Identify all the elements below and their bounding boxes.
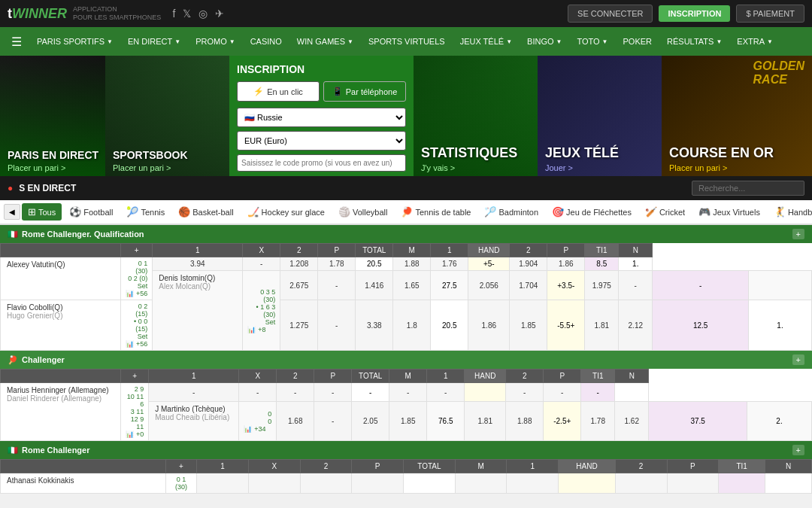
- ch-odd-p[interactable]: -: [314, 383, 352, 402]
- tab-en-un-clic[interactable]: ⚡ En un clic: [237, 81, 320, 102]
- odd-1[interactable]: 3.94: [153, 257, 243, 271]
- odd-p2-3[interactable]: 2.12: [619, 300, 653, 351]
- jeux-panel-sub[interactable]: Jouer >: [545, 163, 573, 172]
- sport-tab-jeux-virtuels[interactable]: 🎮 Jeux Virtuels: [692, 203, 766, 221]
- nav-poker[interactable]: POKER: [616, 27, 660, 56]
- ch-odd-x[interactable]: -: [239, 383, 277, 402]
- ch-odd-x-2[interactable]: -: [314, 402, 352, 441]
- bar-chart-icon-3[interactable]: 📊: [126, 340, 134, 348]
- sportsbook-panel-sub[interactable]: Placer un pari >: [113, 163, 171, 172]
- odd-x-2[interactable]: -: [318, 271, 356, 300]
- rome-odd-hand2[interactable]: [615, 473, 667, 494]
- odd-2-3[interactable]: 3.38: [356, 300, 393, 351]
- course-panel-sub[interactable]: Placer un pari >: [669, 163, 727, 172]
- ch-odd-p2[interactable]: -: [544, 383, 581, 402]
- sport-tab-football[interactable]: ⚽ Football: [63, 203, 119, 221]
- odd-2-2[interactable]: 1.416: [356, 271, 393, 300]
- currency-select[interactable]: EUR (Euro): [237, 131, 406, 151]
- nav-jeux-tele[interactable]: JEUX TÉLÉ ▼: [453, 27, 520, 56]
- sport-tab-flechettes[interactable]: 🎯 Jeu de Fléchettes: [546, 203, 638, 221]
- odd-hand1[interactable]: 1.76: [431, 257, 468, 271]
- stats-link-c2[interactable]: +34: [254, 425, 265, 433]
- odd-p[interactable]: 1.78: [318, 257, 356, 271]
- odd-hand1-2[interactable]: 1.704: [510, 271, 547, 300]
- hamburger-menu[interactable]: ☰: [4, 35, 29, 49]
- tab-par-telephone[interactable]: 📱 Par téléphone: [323, 81, 406, 102]
- sport-tab-hockey[interactable]: 🏒 Hockey sur glace: [241, 203, 331, 221]
- ch-odd-hand1[interactable]: -: [427, 383, 465, 402]
- set-label-3[interactable]: Set: [126, 333, 147, 340]
- group-add-btn-2[interactable]: +: [792, 354, 804, 365]
- paiement-button[interactable]: $ PAIEMENT: [736, 5, 804, 23]
- odd-m[interactable]: 1.88: [393, 257, 431, 271]
- odd-2[interactable]: 1.208: [280, 257, 318, 271]
- stats-link-c1[interactable]: +0: [136, 430, 144, 438]
- search-input[interactable]: [692, 181, 804, 196]
- sport-tab-badminton[interactable]: 🏸 Badminton: [478, 203, 544, 221]
- nav-extra[interactable]: EXTRA ▼: [729, 27, 780, 56]
- country-select[interactable]: 🇷🇺 Russie: [237, 108, 406, 127]
- ch-odd-1-2[interactable]: 1.68: [277, 402, 314, 441]
- rome-odd-2[interactable]: [300, 473, 352, 494]
- odd-1-2[interactable]: 2.675: [280, 271, 318, 300]
- connect-button[interactable]: SE CONNECTER: [568, 5, 653, 23]
- ch-odd-2[interactable]: -: [277, 383, 314, 402]
- sport-tab-tennis-table[interactable]: 🏓 Tennis de table: [395, 203, 477, 221]
- odd-hand2[interactable]: 1.904: [510, 257, 547, 271]
- odd-p2[interactable]: 1.86: [547, 257, 585, 271]
- group-add-btn[interactable]: +: [792, 229, 804, 239]
- odd-hand2-2[interactable]: 1.975: [585, 271, 619, 300]
- ch-odd-1[interactable]: -: [149, 383, 239, 402]
- ch-odd-hand2[interactable]: -: [506, 383, 544, 402]
- odd-p2-2[interactable]: -: [619, 271, 653, 300]
- nav-bingo[interactable]: BINGO ▼: [520, 27, 569, 56]
- odd-1-3[interactable]: 1.275: [280, 300, 318, 351]
- nav-sports-virtuels[interactable]: SPORTS VIRTUELS: [361, 27, 453, 56]
- stats-link[interactable]: +56: [136, 290, 147, 297]
- bar-chart-icon-c1[interactable]: 📊: [126, 430, 134, 438]
- bar-chart-icon-2[interactable]: 📊: [247, 326, 256, 333]
- nav-toto[interactable]: TOTO ▼: [569, 27, 615, 56]
- sport-tabs-prev[interactable]: ◀: [4, 204, 20, 220]
- ch-odd-m-2[interactable]: 1.81: [465, 402, 506, 441]
- nav-casino[interactable]: CASINO: [243, 27, 289, 56]
- rome-odd-m[interactable]: [455, 473, 507, 494]
- facebook-icon[interactable]: f: [172, 8, 175, 20]
- rome-odd-1[interactable]: [197, 473, 249, 494]
- odd-p-2[interactable]: 1.65: [393, 271, 431, 300]
- odd-m-2[interactable]: 2.056: [468, 271, 510, 300]
- instagram-icon[interactable]: ◎: [198, 8, 208, 20]
- telegram-icon[interactable]: ✈: [215, 8, 224, 20]
- rome-odd-p2[interactable]: [667, 473, 719, 494]
- live-panel-sub[interactable]: Placer un pari >: [8, 163, 65, 172]
- promo-input[interactable]: [237, 154, 406, 172]
- ch-odd-p-2[interactable]: 1.85: [389, 402, 427, 441]
- odd-hand1-3[interactable]: 1.85: [510, 300, 547, 351]
- sport-tab-tous[interactable]: ⊞ Tous: [22, 203, 62, 221]
- rome-odd-p[interactable]: [352, 473, 404, 494]
- ch-odd-m[interactable]: -: [389, 383, 427, 402]
- rome-odd-x[interactable]: [248, 473, 300, 494]
- odd-m-3[interactable]: 1.86: [468, 300, 510, 351]
- sport-tab-tennis[interactable]: 🎾 Tennis: [120, 203, 171, 221]
- odd-hand2-3[interactable]: 1.81: [585, 300, 619, 351]
- set-label[interactable]: Set: [126, 282, 147, 290]
- odd-x[interactable]: -: [243, 257, 280, 271]
- nav-win-games[interactable]: WIN GAMES ▼: [289, 27, 361, 56]
- ch-odd-2-2[interactable]: 2.05: [352, 402, 389, 441]
- inscription-button[interactable]: INSCRIPTION: [659, 5, 730, 22]
- nav-paris-sportifs[interactable]: PARIS SPORTIFS ▼: [29, 27, 120, 56]
- nav-en-direct[interactable]: EN DIRECT ▼: [120, 27, 188, 56]
- sport-tab-basket[interactable]: 🏀 Basket-ball: [172, 203, 239, 221]
- twitter-icon[interactable]: 𝕏: [183, 8, 191, 20]
- nav-resultats[interactable]: RÉSULTATS ▼: [659, 27, 729, 56]
- odd-p-3[interactable]: 1.8: [393, 300, 431, 351]
- stats-link-3[interactable]: +56: [136, 340, 147, 348]
- sport-tab-cricket[interactable]: 🏏 Cricket: [639, 203, 691, 221]
- group-add-btn-3[interactable]: +: [792, 445, 804, 455]
- stats-link-2[interactable]: +8: [258, 326, 265, 333]
- odd-x-3[interactable]: -: [318, 300, 356, 351]
- sport-tab-volleyball[interactable]: 🏐 Volleyball: [332, 203, 393, 221]
- set-label-2[interactable]: Set: [247, 318, 275, 326]
- rome-odd-hand1[interactable]: [507, 473, 559, 494]
